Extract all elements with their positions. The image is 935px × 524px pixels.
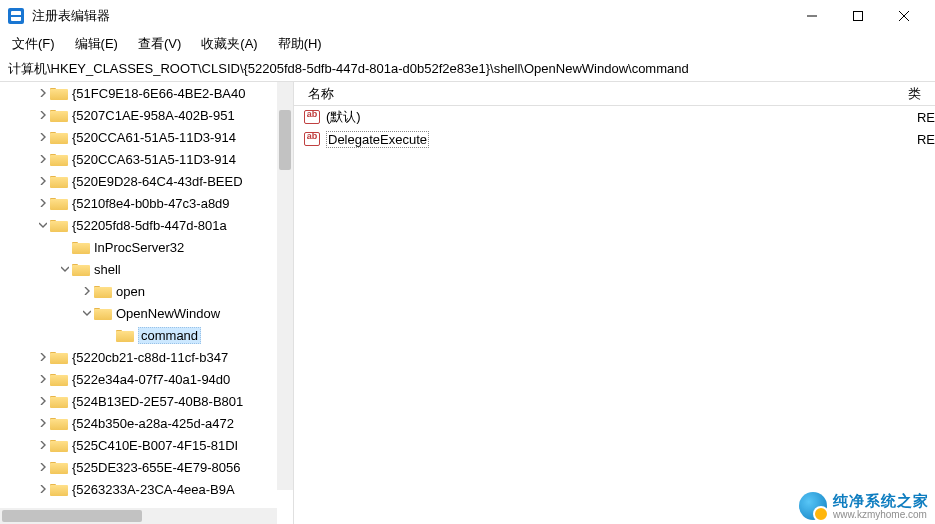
value-name: DelegateExecute bbox=[326, 131, 429, 148]
chevron-right-icon[interactable] bbox=[36, 482, 50, 496]
chevron-down-icon[interactable] bbox=[80, 306, 94, 320]
tree-item[interactable]: {5210f8e4-b0bb-47c3-a8d9 bbox=[0, 192, 293, 214]
tree-item[interactable]: command bbox=[0, 324, 293, 346]
value-row[interactable]: DelegateExecuteRE bbox=[294, 128, 935, 150]
scrollbar-thumb[interactable] bbox=[2, 510, 142, 522]
menu-view[interactable]: 查看(V) bbox=[134, 33, 185, 55]
tree-item-label: {520E9D28-64C4-43df-BEED bbox=[72, 174, 243, 189]
chevron-right-icon[interactable] bbox=[36, 86, 50, 100]
tree-item-label: {520CCA63-51A5-11D3-914 bbox=[72, 152, 236, 167]
list-header: 名称 类 bbox=[294, 82, 935, 106]
tree-item[interactable]: {51FC9E18-6E66-4BE2-BA40 bbox=[0, 82, 293, 104]
folder-icon bbox=[50, 218, 68, 232]
tree-vertical-scrollbar[interactable] bbox=[277, 82, 293, 490]
tree-item-label: {524B13ED-2E57-40B8-B801 bbox=[72, 394, 243, 409]
tree-item-label: {5210f8e4-b0bb-47c3-a8d9 bbox=[72, 196, 230, 211]
chevron-right-icon[interactable] bbox=[36, 196, 50, 210]
tree-item-label: open bbox=[116, 284, 145, 299]
tree-item-label: command bbox=[138, 327, 201, 344]
value-name: (默认) bbox=[326, 108, 361, 126]
menubar: 文件(F) 编辑(E) 查看(V) 收藏夹(A) 帮助(H) bbox=[0, 32, 935, 56]
tree-item[interactable]: {5220cb21-c88d-11cf-b347 bbox=[0, 346, 293, 368]
menu-favorites[interactable]: 收藏夹(A) bbox=[197, 33, 261, 55]
chevron-right-icon[interactable] bbox=[36, 416, 50, 430]
address-bar[interactable]: 计算机\HKEY_CLASSES_ROOT\CLSID\{52205fd8-5d… bbox=[0, 56, 935, 82]
folder-icon bbox=[50, 438, 68, 452]
column-type-partial[interactable]: 类 bbox=[894, 85, 935, 103]
folder-icon bbox=[50, 416, 68, 430]
minimize-icon bbox=[807, 11, 817, 21]
menu-file[interactable]: 文件(F) bbox=[8, 33, 59, 55]
chevron-right-icon[interactable] bbox=[36, 174, 50, 188]
chevron-right-icon[interactable] bbox=[36, 350, 50, 364]
folder-icon bbox=[50, 174, 68, 188]
folder-icon bbox=[50, 196, 68, 210]
tree-item[interactable]: {52205fd8-5dfb-447d-801a bbox=[0, 214, 293, 236]
tree-item[interactable]: {525DE323-655E-4E79-8056 bbox=[0, 456, 293, 478]
tree-item[interactable]: {522e34a4-07f7-40a1-94d0 bbox=[0, 368, 293, 390]
tree-item-label: {525DE323-655E-4E79-8056 bbox=[72, 460, 240, 475]
tree-item[interactable]: {5207C1AE-958A-402B-951 bbox=[0, 104, 293, 126]
chevron-right-icon[interactable] bbox=[36, 460, 50, 474]
folder-icon bbox=[50, 108, 68, 122]
string-value-icon bbox=[304, 132, 320, 146]
tree-item-label: {52205fd8-5dfb-447d-801a bbox=[72, 218, 227, 233]
tree-item-label: shell bbox=[94, 262, 121, 277]
folder-icon bbox=[50, 152, 68, 166]
chevron-right-icon[interactable] bbox=[36, 130, 50, 144]
folder-icon bbox=[94, 284, 112, 298]
tree-item[interactable]: OpenNewWindow bbox=[0, 302, 293, 324]
tree-item[interactable]: {524B13ED-2E57-40B8-B801 bbox=[0, 390, 293, 412]
tree-horizontal-scrollbar[interactable] bbox=[0, 508, 277, 524]
tree-item-label: InProcServer32 bbox=[94, 240, 184, 255]
value-type-partial: RE bbox=[917, 132, 935, 147]
chevron-right-icon[interactable] bbox=[36, 394, 50, 408]
address-path: 计算机\HKEY_CLASSES_ROOT\CLSID\{52205fd8-5d… bbox=[8, 60, 689, 78]
folder-icon bbox=[72, 240, 90, 254]
tree-item[interactable]: {520E9D28-64C4-43df-BEED bbox=[0, 170, 293, 192]
folder-icon bbox=[50, 372, 68, 386]
tree-item[interactable]: open bbox=[0, 280, 293, 302]
maximize-icon bbox=[853, 11, 863, 21]
menu-edit[interactable]: 编辑(E) bbox=[71, 33, 122, 55]
tree-item[interactable]: {524b350e-a28a-425d-a472 bbox=[0, 412, 293, 434]
tree-item[interactable]: {520CCA61-51A5-11D3-914 bbox=[0, 126, 293, 148]
folder-icon bbox=[50, 460, 68, 474]
tree-pane: {51FC9E18-6E66-4BE2-BA40{5207C1AE-958A-4… bbox=[0, 82, 294, 524]
scrollbar-thumb[interactable] bbox=[279, 110, 291, 170]
maximize-button[interactable] bbox=[835, 2, 881, 30]
titlebar: 注册表编辑器 bbox=[0, 0, 935, 32]
chevron-right-icon[interactable] bbox=[36, 152, 50, 166]
chevron-right-icon[interactable] bbox=[36, 438, 50, 452]
chevron-down-icon[interactable] bbox=[58, 262, 72, 276]
tree-item-label: OpenNewWindow bbox=[116, 306, 220, 321]
tree-item[interactable]: shell bbox=[0, 258, 293, 280]
tree-item[interactable]: InProcServer32 bbox=[0, 236, 293, 258]
minimize-button[interactable] bbox=[789, 2, 835, 30]
chevron-down-icon[interactable] bbox=[36, 218, 50, 232]
app-icon bbox=[8, 8, 24, 24]
folder-icon bbox=[116, 328, 134, 342]
column-name[interactable]: 名称 bbox=[294, 85, 894, 103]
chevron-right-icon[interactable] bbox=[36, 372, 50, 386]
chevron-right-icon[interactable] bbox=[80, 284, 94, 298]
tree-item[interactable]: {520CCA63-51A5-11D3-914 bbox=[0, 148, 293, 170]
folder-icon bbox=[50, 86, 68, 100]
value-row[interactable]: (默认)RE bbox=[294, 106, 935, 128]
menu-help[interactable]: 帮助(H) bbox=[274, 33, 326, 55]
tree-item-label: {5220cb21-c88d-11cf-b347 bbox=[72, 350, 228, 365]
folder-icon bbox=[50, 130, 68, 144]
tree-item-label: {51FC9E18-6E66-4BE2-BA40 bbox=[72, 86, 245, 101]
close-button[interactable] bbox=[881, 2, 927, 30]
list-body: (默认)REDelegateExecuteRE bbox=[294, 106, 935, 524]
tree-item-label: {520CCA61-51A5-11D3-914 bbox=[72, 130, 236, 145]
window-title: 注册表编辑器 bbox=[32, 7, 110, 25]
svg-rect-1 bbox=[854, 12, 863, 21]
folder-icon bbox=[50, 350, 68, 364]
tree-scroll[interactable]: {51FC9E18-6E66-4BE2-BA40{5207C1AE-958A-4… bbox=[0, 82, 293, 508]
chevron-right-icon[interactable] bbox=[36, 108, 50, 122]
tree-item[interactable]: {5263233A-23CA-4eea-B9A bbox=[0, 478, 293, 500]
registry-editor-window: 注册表编辑器 文件(F) 编辑(E) 查看(V) 收藏夹(A) 帮助(H) 计算… bbox=[0, 0, 935, 524]
tree-item[interactable]: {525C410E-B007-4F15-81DI bbox=[0, 434, 293, 456]
close-icon bbox=[899, 11, 909, 21]
